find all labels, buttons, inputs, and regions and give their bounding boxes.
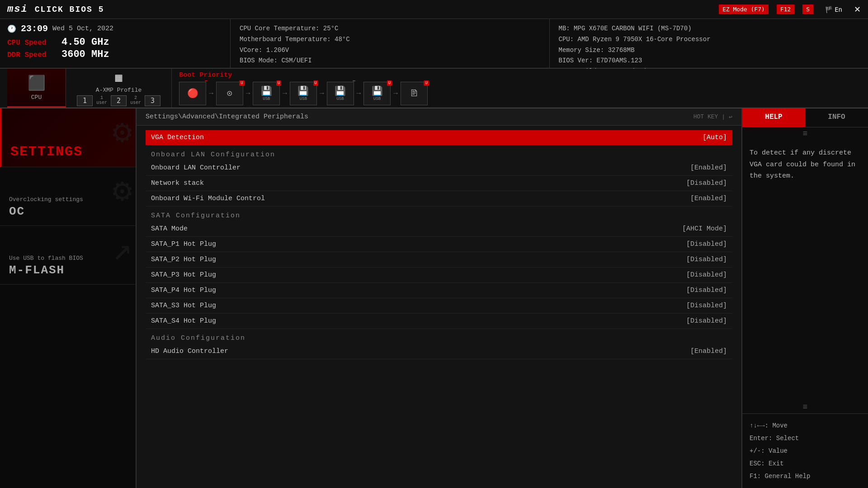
info-bar: 🕐 23:09 Wed 5 Oct, 2022 CPU Speed 4.50 G… [0,19,868,69]
boot-badge-2: U [239,80,244,86]
xmp-btn-2[interactable]: 2 [111,95,127,106]
row-value-9: [Disabled] [686,271,727,279]
settings-row-3[interactable]: Network stack[Disabled] [146,176,732,191]
boot-device-2[interactable]: ⊙ U [216,82,243,105]
settings-row-6[interactable]: SATA Mode[AHCI Mode] [146,221,732,237]
row-name-3: Network stack [151,179,204,187]
boot-device-7[interactable]: 🖹 U [401,82,428,105]
settings-list: VGA Detection[Auto]Onboard LAN Configura… [137,126,741,488]
ddr-speed-value: 3600 MHz [61,49,109,60]
settings-main-label: SETTINGS [10,144,127,160]
mb-temp: Motherboard Temperature: 48°C [240,34,540,45]
cpu-speed-label: CPU Speed [7,39,57,47]
section-header-1: Onboard LAN Configuration [146,145,732,160]
boot-device-4-icon: 💾 [297,85,309,97]
settings-row-14[interactable]: HD Audio Controller[Enabled] [146,344,732,359]
ez-mode-button[interactable]: EZ Mode (F7) [719,5,769,14]
cpu-profile-section[interactable]: ⬛ CPU [7,69,66,108]
row-value-7: [Disabled] [686,240,727,248]
key-help-line: Enter: Select [750,432,861,445]
row-name-11: SATA_S3 Hot Plug [151,302,216,310]
boot-priority-label: Boot Priority [179,71,854,79]
boot-priority-section: Boot Priority 🔴 → ⊙ U → 💾 U USB → 💾 U US… [172,68,861,109]
boot-device-1[interactable]: 🔴 [179,82,206,105]
boot-device-7-icon: 🖹 [410,88,419,99]
boot-devices: 🔴 → ⊙ U → 💾 U USB → 💾 U USB → 💾 [179,82,854,105]
logo: msi CLICK BIOS 5 [7,4,104,15]
cpu-temp: CPU Core Temperature: 25°C [240,23,540,34]
mflash-main-label: M-FLASH [9,263,127,277]
f12-button[interactable]: F12 [777,5,794,14]
close-button[interactable]: ✕ [854,5,861,14]
row-value-0: [Auto] [703,134,727,141]
xmp-btn-1[interactable]: 1 [77,95,93,106]
clock-date: Wed 5 Oct, 2022 [52,25,113,33]
breadcrumb-bar: Settings\Advanced\Integrated Peripherals… [137,108,741,126]
boot-arrow-3: → [283,89,287,98]
xmp-user-1: 1user [96,95,107,106]
row-value-8: [Disabled] [686,256,727,263]
settings-row-7[interactable]: SATA_P1 Hot Plug[Disabled] [146,237,732,252]
cpu-info: CPU: AMD Ryzen 9 7950X 16-Core Processor [559,34,859,45]
info-center: CPU Core Temperature: 25°C Motherboard T… [231,19,550,68]
boot-arrow-5: → [357,89,361,98]
sidebar-item-settings[interactable]: ⚙ SETTINGS [0,108,136,167]
section-header-13: Audio Configuration [146,329,732,344]
row-name-8: SATA_P2 Hot Plug [151,256,216,263]
row-name-4: Onboard Wi-Fi Module Control [151,195,265,202]
section-header-5: SATA Configuration [146,206,732,221]
key-help-line: +/-: Value [750,445,861,457]
vcore: VCore: 1.206V [240,45,540,56]
settings-row-10[interactable]: SATA_P4 Hot Plug[Disabled] [146,283,732,298]
row-name-6: SATA Mode [151,225,188,233]
settings-row-0[interactable]: VGA Detection[Auto] [146,130,732,145]
hotkey-separator: | [722,113,725,120]
xmp-user-2: 2user [130,95,141,106]
mb-info: MB: MPG X670E CARBON WIFI (MS-7D70) [559,23,859,34]
back-icon[interactable]: ↩ [729,113,732,121]
screenshot-button[interactable]: S [802,5,813,14]
boot-device-4[interactable]: 💾 U USB [290,82,317,105]
boot-badge-4: U [313,80,318,86]
boot-device-2-icon: ⊙ [227,88,232,99]
sidebar-item-oc[interactable]: ⚙ Overclocking settings OC [0,167,136,226]
content-area: Settings\Advanced\Integrated Peripherals… [137,108,741,488]
settings-row-8[interactable]: SATA_P2 Hot Plug[Disabled] [146,252,732,267]
help-info-tabs: HELP INFO [742,108,868,127]
row-name-10: SATA_P4 Hot Plug [151,286,216,294]
cpu-icon: ⬛ [28,74,46,92]
row-name-9: SATA_P3 Hot Plug [151,271,216,279]
scroll-indicator-top: ≡ [742,127,868,140]
boot-device-6-icon: 💾 [372,85,383,97]
boot-arrow-6: → [393,89,398,98]
settings-row-12[interactable]: SATA_S4 Hot Plug[Disabled] [146,314,732,329]
language-button[interactable]: 🏴 En [821,5,846,14]
sidebar-item-mflash[interactable]: ↗ Use USB to flash BIOS M-FLASH [0,226,136,285]
info-left: 🕐 23:09 Wed 5 Oct, 2022 CPU Speed 4.50 G… [0,19,231,68]
settings-row-2[interactable]: Onboard LAN Controller[Enabled] [146,160,732,176]
mflash-sub-label: Use USB to flash BIOS [9,255,127,262]
settings-row-11[interactable]: SATA_S3 Hot Plug[Disabled] [146,298,732,314]
boot-device-6[interactable]: 💾 U USB [363,82,391,105]
boot-arrow-1: → [209,89,213,98]
boot-device-1-icon: 🔴 [187,88,198,99]
settings-row-4[interactable]: Onboard Wi-Fi Module Control[Enabled] [146,191,732,206]
row-name-14: HD Audio Controller [151,347,228,355]
row-name-2: Onboard LAN Controller [151,164,241,172]
row-value-4: [Enabled] [690,195,727,202]
tab-help[interactable]: HELP [742,108,805,127]
bios-ver: BIOS Ver: E7D70AMS.123 [559,56,859,66]
row-value-14: [Enabled] [690,347,727,355]
row-value-11: [Disabled] [686,302,727,310]
tab-info[interactable]: INFO [805,108,868,127]
oc-sub-label: Overclocking settings [9,196,127,203]
oc-bg-icon: ⚙ [113,171,132,211]
main-area: ⚙ SETTINGS ⚙ Overclocking settings OC ↗ … [0,108,868,488]
boot-device-5[interactable]: 💾 USB [327,82,354,105]
xmp-btn-3[interactable]: 3 [145,95,160,106]
settings-row-9[interactable]: SATA_P3 Hot Plug[Disabled] [146,267,732,283]
boot-device-3[interactable]: 💾 U USB [253,82,280,105]
row-value-6: [AHCI Mode] [682,225,727,233]
row-name-12: SATA_S4 Hot Plug [151,317,216,325]
boot-device-5-icon: 💾 [335,85,346,97]
